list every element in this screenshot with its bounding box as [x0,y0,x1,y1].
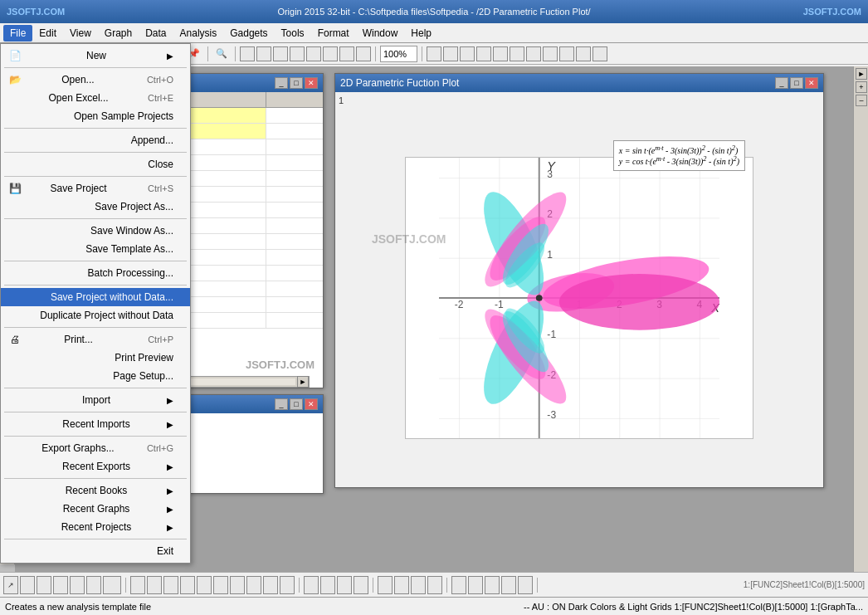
menu-save-window-as[interactable]: Save Window As... [1,222,190,240]
right-tool-1[interactable]: ► [856,68,867,80]
tb10[interactable] [443,46,458,61]
tb3[interactable] [273,46,288,61]
menu-duplicate-without-data[interactable]: Duplicate Project without Data [1,306,190,325]
btm8[interactable] [130,576,145,594]
menu-help[interactable]: Help [404,25,438,41]
btm20[interactable] [337,576,352,594]
tb14[interactable] [510,46,524,61]
btm19[interactable] [320,576,335,594]
tb11[interactable] [460,46,475,61]
btm23[interactable] [394,576,409,594]
tb15[interactable] [526,46,541,61]
menu-recent-imports[interactable]: Recent Imports ▶ [1,415,190,433]
btm16[interactable] [263,576,278,594]
right-tool-3[interactable]: – [856,95,867,106]
menu-open-sample[interactable]: Open Sample Projects [1,107,190,125]
btm2[interactable] [20,576,35,594]
btm3[interactable] [37,576,51,594]
menu-file[interactable]: File [3,25,32,41]
func2-maximize[interactable]: □ [290,77,303,89]
notes-minimize[interactable]: _ [275,398,288,410]
menu-recent-books[interactable]: Recent Books ▶ [1,481,190,500]
tb9[interactable] [427,46,441,61]
tb16[interactable] [543,46,558,61]
menu-gadgets[interactable]: Gadgets [223,25,274,41]
menu-save-project-as[interactable]: Save Project As... [1,198,190,216]
menu-save-template-as[interactable]: Save Template As... [1,240,190,258]
btm7[interactable] [103,576,121,594]
menu-tools[interactable]: Tools [275,25,311,41]
tb8[interactable] [356,46,371,61]
menu-export-graphs[interactable]: Export Graphs... Ctrl+G [1,439,190,457]
notes-maximize[interactable]: □ [290,398,303,410]
btm17[interactable] [280,576,295,594]
menu-close[interactable]: Close [1,155,190,173]
btm5[interactable] [70,576,85,594]
btm24[interactable] [411,576,426,594]
btm6[interactable] [86,576,101,594]
menu-new[interactable]: 📄 New ▶ [1,46,190,65]
menu-recent-projects[interactable]: Recent Projects ▶ [1,518,190,536]
btm15[interactable] [246,576,261,594]
btm4[interactable] [53,576,68,594]
menu-open[interactable]: 📂 Open... Ctrl+O [1,71,190,89]
btm30[interactable] [518,576,533,594]
menu-recent-exports[interactable]: Recent Exports ▶ [1,457,190,476]
btm28[interactable] [485,576,500,594]
tb6[interactable] [323,46,338,61]
menu-append[interactable]: Append... [1,131,190,149]
menu-recent-graphs[interactable]: Recent Graphs ▶ [1,500,190,518]
tb19[interactable] [592,46,607,61]
notes-close[interactable]: ✕ [305,398,318,410]
menu-format[interactable]: Format [311,25,356,41]
menu-page-setup[interactable]: Page Setup... [1,367,190,385]
scroll-right[interactable]: ► [297,376,309,388]
graph-close[interactable]: ✕ [805,77,818,89]
menu-data[interactable]: Data [139,25,173,41]
menu-graph[interactable]: Graph [98,25,139,41]
menu-print-preview[interactable]: Print Preview [1,349,190,367]
func2-minimize[interactable]: _ [275,77,288,89]
zoom-input[interactable] [380,46,417,62]
menu-print[interactable]: 🖨 Print... Ctrl+P [1,330,190,349]
btm26[interactable] [451,576,466,594]
tb1[interactable] [240,46,255,61]
func2-close[interactable]: ✕ [305,77,318,89]
tb13[interactable] [493,46,508,61]
menu-save-without-data[interactable]: Save Project without Data... [1,288,190,306]
btm14[interactable] [230,576,245,594]
tb17[interactable] [559,46,574,61]
btm1[interactable]: ↗ [3,576,18,594]
menu-import[interactable]: Import ▶ [1,391,190,409]
btm18[interactable] [304,576,319,594]
menu-batch[interactable]: Batch Processing... [1,264,190,282]
btm12[interactable] [197,576,212,594]
btm25[interactable] [427,576,442,594]
btm10[interactable] [163,576,178,594]
tb12[interactable] [476,46,491,61]
zoom-btn[interactable]: 🔍 [212,45,231,63]
menu-save-project[interactable]: 💾 Save Project Ctrl+S [1,179,190,198]
svg-text:-1: -1 [495,299,504,310]
menu-open-excel[interactable]: Open Excel... Ctrl+E [1,89,190,107]
menu-exit[interactable]: Exit [1,542,190,560]
tb2[interactable] [256,46,271,61]
btm13[interactable] [213,576,228,594]
btm22[interactable] [378,576,393,594]
btm9[interactable] [147,576,162,594]
graph-maximize[interactable]: □ [790,77,803,89]
btm29[interactable] [501,576,516,594]
graph-minimize[interactable]: _ [775,77,788,89]
menu-analysis[interactable]: Analysis [173,25,224,41]
menu-window[interactable]: Window [356,25,405,41]
menu-view[interactable]: View [63,25,98,41]
tb7[interactable] [339,46,354,61]
tb5[interactable] [306,46,321,61]
btm27[interactable] [468,576,483,594]
right-tool-2[interactable]: + [856,81,867,93]
tb18[interactable] [576,46,591,61]
btm11[interactable] [180,576,195,594]
menu-edit[interactable]: Edit [32,25,63,41]
tb4[interactable] [290,46,305,61]
btm21[interactable] [354,576,368,594]
